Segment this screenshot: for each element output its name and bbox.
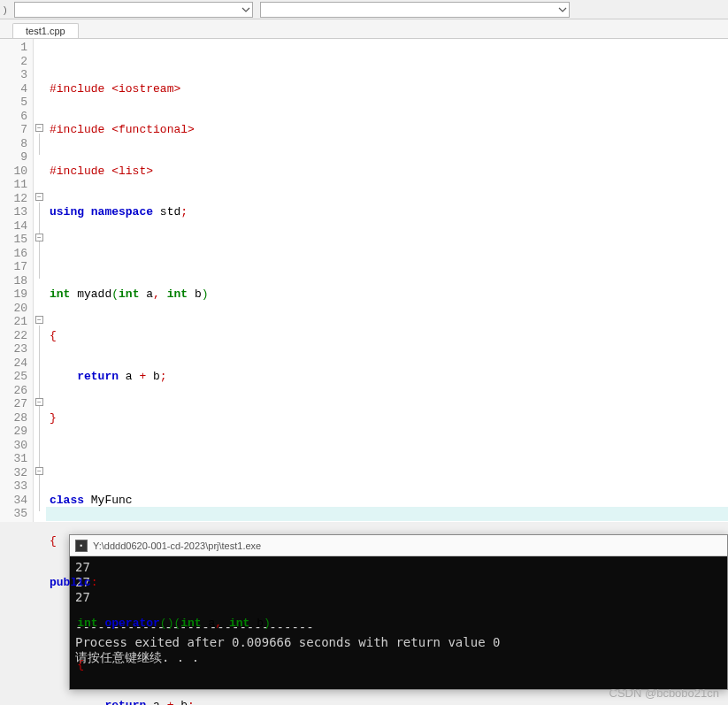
toolbar: ) — [0, 0, 728, 19]
scope-dropdown[interactable] — [14, 2, 253, 18]
console-titlebar[interactable]: ▪ Y:\dddd0620-001-cd-2023\prj\test1.exe — [70, 535, 727, 556]
tab-bar: test1.cpp — [0, 19, 728, 39]
fold-icon[interactable]: − — [35, 193, 43, 201]
current-line-highlight — [46, 507, 728, 521]
fold-icon[interactable]: − — [35, 467, 43, 475]
code-area[interactable]: #include <iostream> #include <functional… — [46, 39, 728, 522]
fold-column: − − − − − − — [34, 39, 46, 522]
console-window: ▪ Y:\dddd0620-001-cd-2023\prj\test1.exe … — [69, 534, 728, 690]
code-editor[interactable]: 1234567891011121314151617181920212223242… — [0, 39, 728, 522]
line-gutter: 1234567891011121314151617181920212223242… — [0, 39, 34, 522]
fold-icon[interactable]: − — [35, 398, 43, 406]
fold-icon[interactable]: − — [35, 234, 43, 241]
fold-icon[interactable]: − — [35, 316, 43, 324]
toolbar-label: ) — [0, 4, 11, 15]
tab-file[interactable]: test1.cpp — [12, 23, 79, 38]
watermark: CSDN @bcbobo21cn — [609, 686, 719, 700]
console-title-text: Y:\dddd0620-001-cd-2023\prj\test1.exe — [93, 540, 261, 551]
fold-icon[interactable]: − — [35, 124, 43, 132]
member-dropdown[interactable] — [260, 2, 570, 18]
chevron-down-icon — [241, 5, 250, 14]
console-icon: ▪ — [75, 540, 88, 552]
chevron-down-icon — [558, 5, 567, 14]
